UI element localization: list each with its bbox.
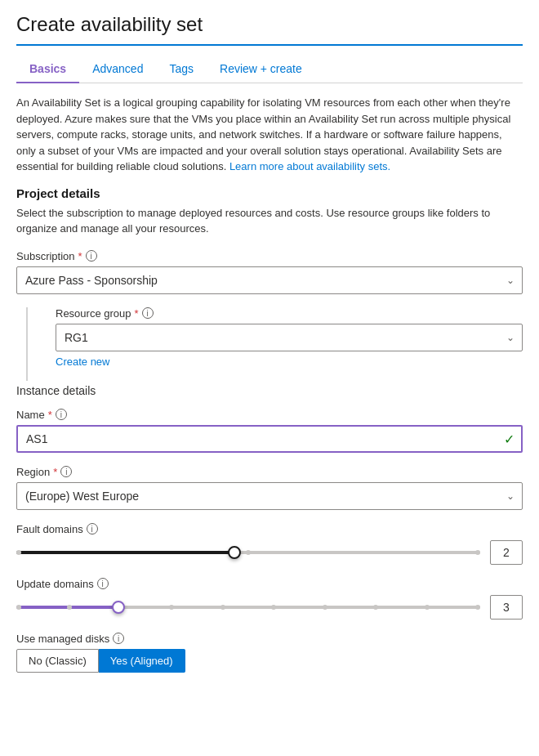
name-input[interactable] [16, 425, 523, 453]
fault-domains-group: Fault domains i 2 [16, 523, 523, 565]
update-domains-slider-container [16, 599, 480, 615]
name-required-indicator: * [48, 409, 52, 421]
region-field-group: Region * i (Europe) West Europe ⌄ [16, 466, 523, 510]
tab-advanced[interactable]: Advanced [79, 56, 156, 83]
tabs-nav: Basics Advanced Tags Review + create [16, 56, 523, 83]
subscription-select-wrapper: Azure Pass - Sponsorship ⌄ [16, 266, 523, 294]
create-new-resource-group-link[interactable]: Create new [56, 356, 109, 368]
fault-domains-thumb[interactable] [228, 546, 241, 559]
fault-domain-dot-2 [246, 550, 251, 555]
managed-disks-label: Use managed disks i [16, 633, 523, 645]
project-details-heading: Project details [16, 186, 523, 200]
fault-domains-track [16, 551, 480, 554]
fault-domains-info-icon[interactable]: i [87, 523, 98, 535]
subscription-required-indicator: * [78, 250, 82, 262]
fault-domains-label: Fault domains i [16, 523, 523, 535]
fault-domains-slider-row: 2 [16, 540, 523, 565]
update-domains-dots [16, 605, 480, 610]
instance-details-label: Instance details [16, 384, 523, 397]
update-domain-dot-1 [16, 605, 21, 610]
update-domains-group: Update domains i 3 [16, 578, 523, 620]
managed-disks-no-classic-button[interactable]: No (Classic) [16, 649, 99, 673]
resource-group-select-wrapper: RG1 ⌄ [56, 324, 523, 351]
resource-group-required-indicator: * [135, 307, 139, 320]
region-select[interactable]: (Europe) West Europe [16, 482, 523, 510]
update-domains-value: 3 [490, 595, 523, 620]
update-domains-label: Update domains i [16, 578, 523, 590]
fault-domains-slider-container [16, 544, 480, 561]
managed-disks-group: Use managed disks i No (Classic) Yes (Al… [16, 633, 523, 673]
region-label: Region * i [16, 466, 523, 478]
learn-more-link[interactable]: Learn more about availability sets. [229, 160, 390, 172]
resource-group-field-group: Resource group * i RG1 ⌄ Create new [56, 307, 523, 368]
update-domain-dot-8 [373, 605, 378, 610]
fault-domain-dot-3 [475, 550, 480, 555]
subscription-label: Subscription * i [16, 250, 523, 262]
resource-group-label: Resource group * i [56, 307, 523, 320]
fault-domains-value: 2 [490, 540, 523, 565]
update-domain-dot-2 [67, 605, 72, 610]
tab-review-create[interactable]: Review + create [207, 56, 315, 83]
name-info-icon[interactable]: i [56, 409, 67, 420]
resource-group-info-icon[interactable]: i [142, 307, 154, 319]
update-domain-dot-4 [169, 605, 174, 610]
page-title: Create availability set [16, 13, 523, 46]
availability-set-description: An Availability Set is a logical groupin… [16, 95, 523, 175]
resource-group-content: Resource group * i RG1 ⌄ Create new [56, 307, 523, 381]
update-domains-info-icon[interactable]: i [97, 578, 109, 589]
name-input-wrapper: ✓ [16, 425, 523, 453]
managed-disks-info-icon[interactable]: i [113, 633, 124, 644]
region-info-icon[interactable]: i [60, 466, 72, 477]
managed-disks-yes-aligned-button[interactable]: Yes (Aligned) [99, 649, 185, 673]
region-required-indicator: * [53, 466, 57, 478]
indent-line [26, 307, 46, 381]
update-domain-dot-9 [425, 605, 430, 610]
name-field-group: Name * i ✓ [16, 409, 523, 453]
update-domain-dot-10 [475, 605, 480, 610]
region-select-wrapper: (Europe) West Europe ⌄ [16, 482, 523, 510]
update-domains-slider-row: 3 [16, 595, 523, 620]
tab-tags[interactable]: Tags [156, 56, 207, 83]
update-domains-track [16, 606, 480, 609]
subscription-select[interactable]: Azure Pass - Sponsorship [16, 266, 523, 294]
update-domains-thumb[interactable] [112, 601, 125, 614]
resource-group-select[interactable]: RG1 [56, 324, 523, 351]
managed-disks-toggle-group: No (Classic) Yes (Aligned) [16, 649, 523, 673]
name-valid-check-icon: ✓ [504, 431, 514, 446]
update-domain-dot-5 [220, 605, 225, 610]
subscription-field-group: Subscription * i Azure Pass - Sponsorshi… [16, 250, 523, 294]
project-details-description: Select the subscription to manage deploy… [16, 205, 523, 237]
tab-basics[interactable]: Basics [16, 56, 79, 83]
update-domain-dot-6 [271, 605, 276, 610]
fault-domains-dots [16, 550, 480, 555]
fault-domain-dot-1 [16, 550, 21, 555]
resource-group-indented-group: Resource group * i RG1 ⌄ Create new [16, 307, 523, 381]
subscription-info-icon[interactable]: i [86, 250, 97, 262]
update-domain-dot-7 [323, 605, 327, 610]
name-label: Name * i [16, 409, 523, 421]
